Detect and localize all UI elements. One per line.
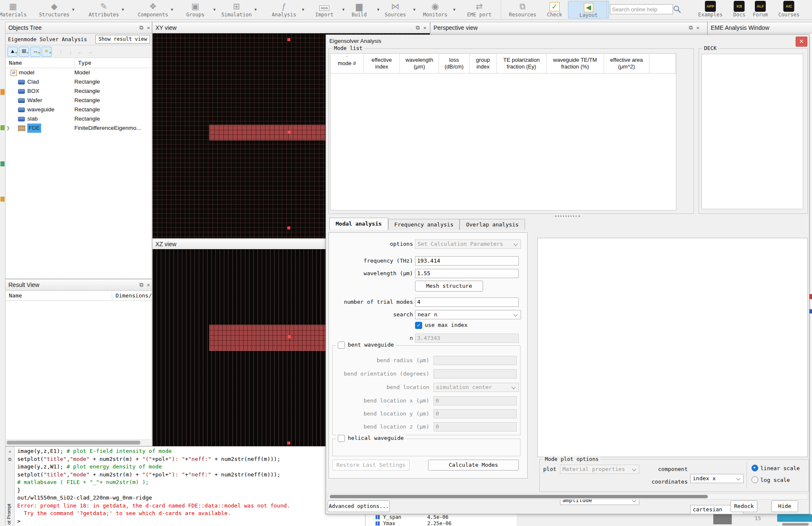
chevron-down-icon[interactable]: ▼: [121, 8, 125, 12]
script-console[interactable]: image(y,z,E1); # plot E-field intensity …: [15, 447, 365, 526]
toolbar-item-simulation[interactable]: ⊞Simulation▼: [216, 1, 257, 18]
tree-item-name[interactable]: FDE: [27, 124, 41, 133]
column-header-dimensions[interactable]: Dimensions/V: [112, 291, 152, 300]
move-up-icon[interactable]: ↑: [57, 47, 65, 56]
calculate-modes-button[interactable]: Calculate Modes: [428, 460, 519, 471]
dock-tab-icon[interactable]: [0, 197, 5, 202]
close-window-button[interactable]: ✕: [796, 37, 807, 47]
close-panel-icon[interactable]: ×: [696, 25, 699, 31]
selection-handle[interactable]: [288, 335, 291, 338]
log-scale-radio[interactable]: [752, 476, 758, 483]
hide-button[interactable]: Hide: [771, 500, 798, 512]
bend-location-z-input[interactable]: [434, 422, 517, 431]
add-monitor-button[interactable]: ↔+: [30, 47, 40, 57]
tree-item-name[interactable]: Clad: [27, 77, 39, 87]
helical-waveguide-checkbox[interactable]: [338, 435, 345, 442]
scrollbar-fragment[interactable]: [782, 523, 809, 526]
help-link-forum[interactable]: ALFForum: [753, 1, 768, 18]
toolbar-item-eme-port[interactable]: ⇄EME port: [459, 1, 499, 18]
column-header-name[interactable]: Name: [5, 58, 75, 68]
expand-arrow-icon[interactable]: ❯: [6, 124, 11, 133]
chevron-down-icon[interactable]: ▼: [452, 8, 456, 12]
n-input[interactable]: [415, 334, 519, 343]
tree-item-name[interactable]: model: [19, 68, 34, 77]
selection-handle[interactable]: [287, 226, 290, 229]
dock-tab-icon[interactable]: [0, 125, 5, 130]
search-icon[interactable]: [673, 5, 681, 15]
toolbar-item-layout[interactable]: ◀Layout: [568, 1, 609, 18]
float-panel-icon[interactable]: ⧉: [139, 24, 143, 31]
toolbar-item-monitors[interactable]: ◉Monitors▼: [415, 1, 455, 18]
splitter-handle[interactable]: [555, 216, 580, 217]
mode-column-header[interactable]: wavelength(μm): [400, 54, 439, 73]
selection-handle[interactable]: [288, 131, 291, 134]
float-panel-icon[interactable]: ⧉: [416, 24, 420, 31]
tab-eigenmode-solver-analysis[interactable]: Eigenmode Solver Analysis: [8, 36, 87, 42]
tab-overlap-analysis[interactable]: Overlap analysis: [460, 219, 525, 230]
mode-column-header[interactable]: [649, 54, 676, 73]
tree-row-model[interactable]: ⇄modelModel: [5, 68, 152, 77]
tree-row-Wafer[interactable]: WaferRectangle: [5, 96, 152, 105]
advanced-options-button[interactable]: Advanced options...: [328, 500, 390, 512]
chevron-down-icon[interactable]: ▼: [71, 8, 75, 12]
tree-item-name[interactable]: slab: [27, 114, 38, 124]
search-mode-select[interactable]: near n: [415, 310, 521, 319]
toolbar-item-groups[interactable]: ▣Groups▼: [175, 1, 215, 18]
toolbar-item-components[interactable]: ❖Components▼: [133, 1, 173, 18]
toolbar-item-sources[interactable]: ⋈Sources▼: [375, 1, 415, 18]
redock-button[interactable]: Redock: [731, 500, 757, 512]
move-right-icon[interactable]: →: [86, 47, 94, 56]
tab-frequency-analysis[interactable]: Frequency analysis: [388, 219, 460, 230]
bend-radius-input[interactable]: [434, 356, 517, 365]
selection-handle[interactable]: [287, 442, 290, 444]
add-analysis-button[interactable]: ✕+: [42, 47, 52, 57]
help-link-docs[interactable]: KBDocs: [733, 1, 746, 18]
move-down-icon[interactable]: ↓: [66, 47, 75, 56]
trial-modes-input[interactable]: [415, 297, 519, 307]
search-input[interactable]: [610, 4, 673, 14]
window-hscrollbar[interactable]: [328, 494, 808, 500]
component-select[interactable]: index x: [690, 474, 744, 483]
mode-list-table[interactable]: ^mode #effectiveindexwavelength(μm)loss(…: [330, 53, 676, 210]
mode-column-header[interactable]: loss(dB/cm): [439, 54, 470, 73]
bend-location-x-input[interactable]: [434, 396, 517, 405]
dock-tab-icon[interactable]: [0, 161, 5, 166]
dock-tab-icon[interactable]: [0, 89, 5, 95]
tree-item-name[interactable]: Wafer: [27, 96, 42, 105]
result-view-hscrollbar[interactable]: [6, 439, 151, 445]
toolbar-item-materials[interactable]: ▦Materials: [0, 1, 33, 18]
close-panel-icon[interactable]: ×: [5, 449, 14, 454]
frequency-input[interactable]: [415, 256, 519, 266]
tree-row-BOX[interactable]: BOXRectangle: [5, 87, 152, 96]
tree-row-FDE[interactable]: ❯FDEFiniteDifferenceEigenmo...: [5, 124, 152, 133]
add-structure-button[interactable]: ▲+: [8, 47, 18, 57]
tab-modal-analysis[interactable]: Modal analysis: [329, 218, 388, 230]
help-link-examples[interactable]: APPExamples: [698, 1, 723, 18]
use-max-index-checkbox[interactable]: ✓: [415, 322, 422, 329]
float-panel-icon[interactable]: ⧉: [689, 24, 693, 31]
options-select[interactable]: Set Calculation Parameters: [415, 239, 521, 249]
add-simulation-button[interactable]: ⊞+: [19, 47, 29, 57]
bend-location-y-input[interactable]: [434, 409, 517, 418]
bend-location-select[interactable]: simulation center: [434, 383, 519, 392]
column-header-type[interactable]: Type: [75, 58, 91, 68]
mode-column-header[interactable]: ^mode #: [331, 54, 364, 73]
mode-column-header[interactable]: effectiveindex: [364, 54, 400, 73]
bend-orientation-input[interactable]: [434, 369, 517, 379]
chevron-down-icon[interactable]: ▼: [213, 8, 216, 12]
bent-waveguide-checkbox[interactable]: [338, 342, 345, 349]
plot-select[interactable]: Material properties: [560, 465, 639, 474]
tree-row-Clad[interactable]: CladRectangle: [5, 77, 152, 87]
mode-column-header[interactable]: TE polarizationfraction (Ey): [497, 54, 547, 73]
tree-row-slab[interactable]: slabRectangle: [5, 114, 152, 124]
chevron-down-icon[interactable]: ▼: [170, 8, 174, 12]
mode-column-header[interactable]: waveguide TE/TMfraction (%): [547, 54, 604, 73]
show-result-view-button[interactable]: Show result view: [95, 35, 150, 44]
close-panel-icon[interactable]: ×: [147, 282, 150, 288]
tree-item-name[interactable]: BOX: [27, 87, 39, 96]
toolbar-item-structures[interactable]: ◆Structures▼: [34, 1, 74, 18]
toolbar-item-build[interactable]: ▆Build▼: [339, 1, 379, 18]
linear-scale-radio[interactable]: [752, 465, 758, 471]
selection-handle[interactable]: [287, 38, 290, 41]
close-panel-icon[interactable]: ×: [147, 25, 150, 31]
